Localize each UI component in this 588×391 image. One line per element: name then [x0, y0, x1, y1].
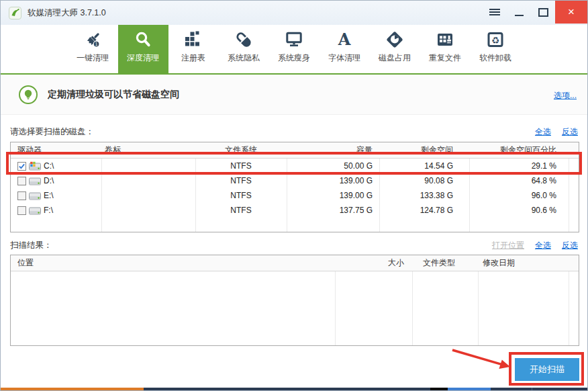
disk-section-label: 请选择要扫描的磁盘： [10, 126, 94, 138]
tab-registry[interactable]: 注册表 [168, 25, 219, 73]
header-filesystem: 文件系统 [195, 144, 287, 156]
checkbox-drive-c[interactable] [17, 162, 26, 171]
taskbar-strip [1, 388, 587, 390]
drive-icon [29, 206, 41, 215]
svg-text:♻: ♻ [491, 35, 499, 46]
tab-label: 一键清理 [77, 52, 109, 64]
free-space-value: 14.54 G [379, 161, 469, 171]
header-free-percent: 剩余空间百分比 [469, 144, 569, 156]
taskbar-segment-orange [1, 388, 144, 390]
drive-icon [29, 191, 41, 200]
open-location-link: 打开位置 [492, 240, 524, 251]
disks-select-all-link[interactable]: 全选 [535, 126, 551, 138]
table-row-drive-f[interactable]: F:\ NTFS 137.75 G 124.78 G 90.6 % [11, 203, 579, 218]
title-bar: 软媒清理大师 3.7.1.0 × [1, 1, 587, 25]
table-row-drive-e[interactable]: E:\ NTFS 139.00 G 133.38 G 96.0 % [11, 188, 579, 203]
duplicate-files-icon [436, 30, 454, 49]
brush-icon: 1 [83, 30, 102, 49]
tab-label: 字体清理 [328, 52, 360, 64]
capacity-value: 50.00 G [287, 161, 379, 171]
start-scan-button[interactable]: 开始扫描 [515, 358, 579, 381]
disks-invert-link[interactable]: 反选 [562, 126, 578, 138]
magnifier-icon [134, 30, 152, 49]
tab-disk-usage[interactable]: 磁盘占用 [370, 25, 420, 73]
menu-icon[interactable] [483, 1, 507, 24]
minimize-button[interactable] [507, 1, 531, 24]
capacity-value: 139.00 G [287, 176, 379, 185]
header-volume: 卷标 [101, 144, 195, 156]
tab-label: 注册表 [181, 52, 205, 64]
capacity-value: 137.75 G [287, 206, 379, 215]
free-percent-value: 96.0 % [469, 191, 569, 200]
app-window: 软媒清理大师 3.7.1.0 × 1 一键清理 [0, 0, 588, 391]
results-select-all-link[interactable]: 全选 [535, 240, 551, 251]
results-table: 位置 大小 文件类型 修改日期 [10, 255, 579, 346]
filesystem-value: NTFS [195, 191, 287, 200]
tab-duplicate-files[interactable]: 重复文件 [420, 25, 471, 73]
header-location: 位置 [11, 257, 335, 269]
privacy-pill-icon [234, 30, 253, 49]
results-section-label: 扫描结果： [10, 240, 52, 251]
free-space-value: 90.08 G [379, 176, 469, 185]
capacity-value: 139.00 G [287, 191, 379, 200]
font-a-icon: A [335, 30, 354, 49]
svg-text:1: 1 [95, 42, 98, 46]
header-size: 大小 [335, 257, 412, 269]
monitor-icon [285, 30, 303, 49]
app-logo-icon [9, 7, 21, 19]
options-link[interactable]: 选项... [554, 90, 577, 101]
window-title: 软媒清理大师 3.7.1.0 [28, 7, 106, 19]
tab-label: 系统隐私 [228, 52, 260, 64]
free-percent-value: 90.6 % [469, 206, 569, 215]
results-table-header: 位置 大小 文件类型 修改日期 [11, 255, 579, 271]
table-row-drive-d[interactable]: D:\ NTFS 139.00 G 90.08 G 64.8 % [11, 173, 579, 188]
tab-label: 重复文件 [429, 52, 461, 64]
tab-label: 深度清理 [127, 52, 159, 64]
drive-letter: E:\ [44, 191, 54, 200]
disk-table-header: 驱动器 卷标 文件系统 容量 剩余空间 剩余空间百分比 [11, 142, 579, 159]
tab-uninstall[interactable]: ♻ 软件卸载 [471, 25, 521, 73]
taskbar-segment-blue [448, 388, 491, 390]
tab-label: 系统瘦身 [278, 52, 310, 64]
annotation-arrow [440, 342, 518, 374]
header-drive: 驱动器 [11, 144, 101, 156]
lightbulb-icon [18, 85, 38, 105]
svg-text:A: A [338, 30, 351, 49]
table-row-drive-c[interactable]: C:\ NTFS 50.00 G 14.54 G 29.1 % [11, 159, 579, 173]
taskbar-segment-black [430, 388, 448, 390]
close-button[interactable]: × [555, 1, 587, 24]
tab-deep-clean[interactable]: 深度清理 [118, 25, 168, 73]
tab-system-slim[interactable]: 系统瘦身 [269, 25, 320, 73]
tab-system-privacy[interactable]: 系统隐私 [219, 25, 269, 73]
filesystem-value: NTFS [195, 161, 287, 171]
tab-label: 磁盘占用 [379, 52, 411, 64]
system-drive-icon [29, 161, 41, 171]
free-space-value: 133.38 G [379, 191, 469, 200]
tab-one-key-clean[interactable]: 1 一键清理 [68, 25, 118, 73]
disk-table: 驱动器 卷标 文件系统 容量 剩余空间 剩余空间百分比 C:\ [10, 142, 579, 232]
header-modified-date: 修改日期 [478, 257, 569, 269]
header-capacity: 容量 [287, 144, 379, 156]
uninstall-recycle-icon: ♻ [486, 30, 505, 49]
filesystem-value: NTFS [195, 176, 287, 185]
main-toolbar: 1 一键清理 深度清理 注册表 [1, 25, 587, 73]
registry-grid-icon [184, 30, 203, 49]
check-icon [18, 163, 26, 170]
tab-font-clean[interactable]: A 字体清理 [320, 25, 370, 73]
drive-letter: C:\ [44, 161, 54, 171]
tip-text: 定期清理垃圾可以节省磁盘空间 [48, 89, 179, 101]
drive-icon [29, 176, 41, 185]
results-invert-link[interactable]: 反选 [562, 240, 578, 251]
free-percent-value: 29.1 % [469, 161, 569, 171]
header-free-space: 剩余空间 [379, 144, 469, 156]
drive-letter: F:\ [44, 206, 53, 215]
tip-bar: 定期清理垃圾可以节省磁盘空间 [1, 75, 587, 115]
checkbox-drive-e[interactable] [17, 191, 26, 200]
filesystem-value: NTFS [195, 206, 287, 215]
maximize-button[interactable] [531, 1, 555, 24]
checkbox-drive-d[interactable] [17, 177, 26, 185]
tab-label: 软件卸载 [479, 52, 511, 64]
taskbar-divider [532, 388, 532, 390]
checkbox-drive-f[interactable] [17, 206, 26, 215]
header-file-type: 文件类型 [412, 257, 478, 269]
